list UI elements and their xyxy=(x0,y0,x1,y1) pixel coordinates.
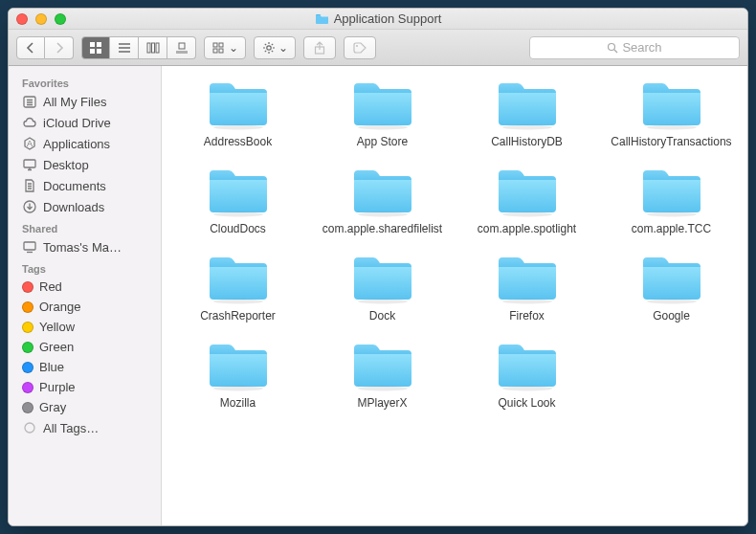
action-button[interactable]: ⌄ xyxy=(254,36,296,59)
sidebar-item-downloads[interactable]: Downloads xyxy=(9,196,161,217)
list-view-button[interactable] xyxy=(110,36,139,59)
folder-item[interactable]: CallHistoryDB xyxy=(455,76,599,149)
chevron-left-icon xyxy=(26,42,35,54)
sidebar-item-label: Purple xyxy=(39,380,76,394)
tag-dot-icon xyxy=(22,322,33,333)
back-button[interactable] xyxy=(16,36,45,59)
documents-icon xyxy=(22,178,37,193)
folder-label: com.apple.sharedfilelist xyxy=(322,222,442,236)
maximize-button[interactable] xyxy=(55,13,66,25)
folder-label: Google xyxy=(653,309,690,323)
folder-item[interactable]: com.apple.TCC xyxy=(599,163,744,236)
list-icon xyxy=(118,42,131,54)
svg-rect-9 xyxy=(156,43,159,53)
downloads-icon xyxy=(22,199,37,214)
sidebar-item-purple[interactable]: Purple xyxy=(9,377,161,397)
tag-dot-icon xyxy=(22,301,33,313)
folder-item[interactable]: CallHistoryTransactions xyxy=(599,76,744,149)
window-title: Application Support xyxy=(9,11,747,26)
svg-line-25 xyxy=(264,50,265,51)
sidebar-item-orange[interactable]: Orange xyxy=(9,297,161,317)
sidebar-item-documents[interactable]: Documents xyxy=(9,175,161,196)
sidebar-item-applications[interactable]: AApplications xyxy=(9,133,161,154)
svg-point-55 xyxy=(502,300,552,304)
share-button[interactable] xyxy=(303,36,336,59)
content-area[interactable]: AddressBookApp StoreCallHistoryDBCallHis… xyxy=(162,66,747,525)
folder-item[interactable]: Mozilla xyxy=(166,337,310,411)
svg-point-50 xyxy=(358,212,408,217)
folder-label: com.apple.TCC xyxy=(632,222,711,236)
sidebar-item-gray[interactable]: Gray xyxy=(9,397,161,417)
folder-item[interactable]: CrashReporter xyxy=(166,250,310,323)
folder-icon xyxy=(204,76,273,131)
sidebar-item-yellow[interactable]: Yellow xyxy=(9,317,161,337)
folder-item[interactable]: com.apple.sharedfilelist xyxy=(310,163,455,236)
svg-point-28 xyxy=(609,43,615,50)
cloud-icon xyxy=(22,115,37,130)
sidebar-item-all-tags[interactable]: All Tags… xyxy=(9,417,161,438)
folder-label: com.apple.spotlight xyxy=(478,222,576,236)
share-group xyxy=(303,36,336,59)
column-view-button[interactable] xyxy=(139,36,167,59)
icon-view-button[interactable] xyxy=(81,36,110,59)
arrange-group: ⌄ xyxy=(204,36,246,59)
sidebar-item-green[interactable]: Green xyxy=(9,337,161,357)
search-icon xyxy=(607,42,618,54)
folder-item[interactable]: Quick Look xyxy=(455,337,599,411)
folder-item[interactable]: CloudDocs xyxy=(166,163,310,236)
sidebar-item-icloud-drive[interactable]: iCloud Drive xyxy=(9,112,161,133)
folder-item[interactable]: com.apple.spotlight xyxy=(455,163,599,236)
tag-dot-icon xyxy=(22,362,33,373)
forward-button[interactable] xyxy=(45,36,74,59)
folder-label: Dock xyxy=(369,309,395,323)
folder-item[interactable]: App Store xyxy=(310,76,455,149)
folder-item[interactable]: Google xyxy=(599,250,744,323)
sidebar-item-tomas-s-ma[interactable]: Tomas's Ma… xyxy=(9,236,161,257)
svg-rect-13 xyxy=(213,43,217,47)
folder-icon xyxy=(493,76,562,131)
folder-label: CallHistoryDB xyxy=(491,135,563,149)
folder-item[interactable]: MPlayerX xyxy=(310,337,455,411)
svg-point-52 xyxy=(647,212,697,217)
folder-label: Firefox xyxy=(509,309,545,323)
tag-button[interactable] xyxy=(344,36,376,59)
svg-point-58 xyxy=(358,387,408,391)
sidebar-header: Favorites xyxy=(9,72,161,91)
svg-point-17 xyxy=(266,45,270,49)
tag-dot-icon xyxy=(22,342,33,353)
traffic-lights xyxy=(16,13,66,25)
folder-icon xyxy=(493,163,562,218)
sidebar-header: Tags xyxy=(9,257,161,277)
sidebar-item-label: Desktop xyxy=(43,158,89,172)
tag-dot-icon xyxy=(22,382,33,393)
tag-icon xyxy=(353,42,367,54)
computer-icon xyxy=(22,239,37,255)
nav-buttons xyxy=(16,36,74,59)
sidebar-item-red[interactable]: Red xyxy=(9,277,161,297)
chevron-right-icon xyxy=(55,42,64,54)
sidebar-item-all-my-files[interactable]: All My Files xyxy=(9,91,161,112)
folder-item[interactable]: AddressBook xyxy=(166,76,310,149)
folder-icon xyxy=(348,250,417,305)
arrange-button[interactable]: ⌄ xyxy=(204,36,246,59)
search-placeholder: Search xyxy=(622,40,661,55)
tag-group xyxy=(344,36,376,59)
svg-rect-0 xyxy=(90,42,95,47)
search-field[interactable]: Search xyxy=(529,36,740,59)
sidebar-item-desktop[interactable]: Desktop xyxy=(9,154,161,175)
svg-point-56 xyxy=(647,300,697,304)
minimize-button[interactable] xyxy=(35,13,47,25)
folder-item[interactable]: Dock xyxy=(310,250,455,323)
sidebar-item-blue[interactable]: Blue xyxy=(9,357,161,377)
svg-point-59 xyxy=(502,387,552,391)
sidebar-item-label: Orange xyxy=(39,300,80,314)
svg-point-51 xyxy=(502,212,552,217)
toolbar: ⌄ ⌄ Search xyxy=(9,30,747,66)
svg-point-48 xyxy=(647,125,697,130)
folder-icon xyxy=(315,13,329,24)
svg-point-54 xyxy=(358,300,408,304)
folder-item[interactable]: Firefox xyxy=(455,250,599,323)
folder-icon xyxy=(637,163,706,218)
coverflow-view-button[interactable] xyxy=(167,36,196,59)
close-button[interactable] xyxy=(16,13,28,25)
